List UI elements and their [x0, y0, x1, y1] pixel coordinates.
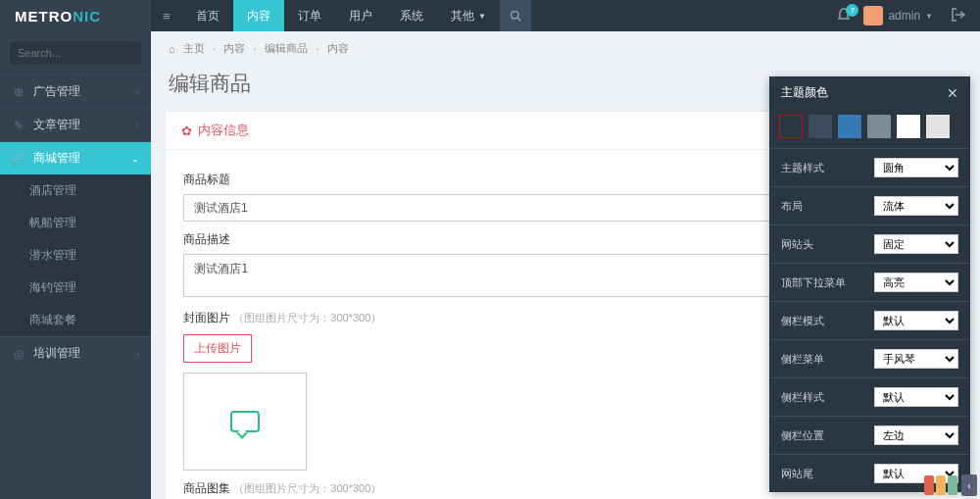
logout-icon[interactable]: [945, 7, 972, 25]
theme-option-label: 顶部下拉菜单: [781, 275, 846, 290]
sidebar-item-icon: ◎: [12, 347, 25, 361]
avatar: [863, 6, 883, 25]
topnav-tab-0[interactable]: 首页: [182, 0, 233, 31]
sidebar-item-0[interactable]: ⊕广告管理›: [0, 75, 151, 108]
search-icon[interactable]: [500, 0, 531, 31]
sidebar-item-label: 广告管理: [33, 83, 80, 100]
theme-option-row: 顶部下拉菜单高亮: [769, 264, 970, 302]
theme-option-row: 布局流体: [769, 187, 970, 225]
svg-line-1: [517, 18, 520, 21]
sidebar-search-input[interactable]: [18, 47, 153, 59]
user-menu[interactable]: admin ▼: [863, 6, 933, 25]
theme-option-select-4[interactable]: 默认: [874, 311, 958, 330]
theme-option-label: 主题样式: [781, 161, 824, 175]
username: admin: [888, 9, 920, 23]
sidebar-item-2[interactable]: 🛒商城管理⌄: [0, 141, 151, 175]
sidebar-item-icon: ⊕: [12, 85, 25, 99]
theme-panel-title: 主题颜色: [781, 84, 828, 101]
theme-panel: 主题颜色 ✕ 主题样式圆角布局流体网站头固定顶部下拉菜单高亮侧栏模式默认侧栏菜单…: [769, 76, 970, 492]
crumb[interactable]: 主页: [183, 41, 205, 56]
theme-option-label: 网站尾: [781, 467, 813, 481]
logo-text-main: METRO: [15, 8, 73, 25]
crumb[interactable]: 内容: [223, 41, 245, 56]
notif-badge: 7: [846, 4, 858, 17]
theme-colors: [769, 109, 970, 149]
sidebar-subitem-2-3[interactable]: 海钓管理: [0, 272, 151, 304]
chevron-icon: ›: [136, 121, 139, 130]
theme-option-row: 侧栏样式默认: [769, 378, 970, 417]
breadcrumb: ⌂ 主页 ● 内容 ● 编辑商品 ● 内容: [151, 31, 980, 66]
svg-point-0: [511, 12, 518, 20]
theme-option-select-2[interactable]: 固定: [874, 234, 958, 254]
notifications-icon[interactable]: 7: [836, 7, 852, 25]
theme-option-select-5[interactable]: 手风琴: [874, 349, 958, 369]
top-nav: 首页内容订单用户系统其他▼: [182, 0, 500, 31]
theme-option-label: 侧栏模式: [781, 314, 824, 328]
topnav-tab-5[interactable]: 其他▼: [437, 0, 500, 31]
home-icon[interactable]: ⌂: [169, 43, 175, 55]
top-right: 7 admin ▼: [836, 0, 980, 31]
sidebar-item-label: 文章管理: [33, 117, 80, 133]
topnav-tab-1[interactable]: 内容: [233, 0, 284, 31]
sidebar-search[interactable]: [10, 41, 141, 65]
logo-text-accent: NIC: [73, 8, 101, 25]
theme-option-label: 网站头: [781, 237, 813, 252]
sidebar-toggle-icon[interactable]: ≡: [151, 0, 182, 31]
chevron-down-icon: ▼: [925, 12, 933, 21]
sidebar-item-icon: 🛒: [12, 152, 25, 166]
card-title: 内容信息: [198, 122, 249, 139]
theme-option-select-7[interactable]: 左边: [874, 425, 958, 445]
chevron-left-icon[interactable]: ‹: [961, 474, 977, 496]
close-icon[interactable]: ✕: [947, 85, 958, 101]
sidebar-item-label: 商城管理: [33, 150, 80, 167]
crumb[interactable]: 内容: [327, 41, 349, 56]
theme-option-label: 侧栏样式: [781, 390, 824, 405]
sidebar-subitem-2-2[interactable]: 潜水管理: [0, 239, 151, 272]
topnav-tab-2[interactable]: 订单: [284, 0, 335, 31]
chevron-icon: ›: [136, 87, 139, 97]
color-swatch-4[interactable]: [897, 115, 920, 138]
theme-option-label: 布局: [781, 199, 803, 214]
color-swatch-1[interactable]: [808, 115, 832, 138]
theme-option-select-3[interactable]: 高亮: [874, 273, 958, 292]
cover-image-preview[interactable]: [183, 373, 307, 471]
theme-option-label: 侧栏位置: [781, 428, 824, 443]
color-swatch-0[interactable]: [779, 115, 803, 138]
sidebar-item-3[interactable]: ◎培训管理›: [0, 336, 151, 370]
sidebar-subitem-2-1[interactable]: 帆船管理: [0, 207, 151, 239]
sidebar-menu: ⊕广告管理›✎文章管理›🛒商城管理⌄酒店管理帆船管理潜水管理海钓管理商城套餐◎培…: [0, 75, 151, 370]
color-swatch-5[interactable]: [926, 115, 950, 138]
gear-icon: ✿: [181, 124, 192, 138]
theme-option-row: 侧栏模式默认: [769, 302, 970, 340]
sidebar-item-label: 培训管理: [33, 345, 80, 362]
image-placeholder-icon: [230, 411, 260, 432]
theme-option-select-1[interactable]: 流体: [874, 196, 958, 216]
sidebar-subitem-2-4[interactable]: 商城套餐: [0, 304, 151, 336]
chevron-icon: ⌄: [131, 154, 139, 164]
topnav-tab-4[interactable]: 系统: [386, 0, 437, 31]
sidebar-subitem-2-0[interactable]: 酒店管理: [0, 175, 151, 207]
theme-option-row: 主题样式圆角: [769, 149, 970, 187]
logo[interactable]: METRONIC: [0, 0, 151, 31]
chevron-icon: ›: [136, 349, 139, 359]
topbar: METRONIC ≡ 首页内容订单用户系统其他▼ 7 admin ▼: [0, 0, 980, 31]
theme-option-select-6[interactable]: 默认: [874, 387, 958, 407]
chevron-down-icon: ▼: [478, 12, 486, 21]
theme-option-row: 侧栏菜单手风琴: [769, 340, 970, 378]
sidebar-item-icon: ✎: [12, 119, 25, 132]
theme-option-label: 侧栏菜单: [781, 352, 824, 367]
sidebar-item-1[interactable]: ✎文章管理›: [0, 108, 151, 141]
framework-badge[interactable]: ‹: [924, 474, 977, 496]
sidebar: ⊕广告管理›✎文章管理›🛒商城管理⌄酒店管理帆船管理潜水管理海钓管理商城套餐◎培…: [0, 31, 151, 499]
color-swatch-3[interactable]: [867, 115, 891, 138]
theme-option-row: 网站头固定: [769, 225, 970, 264]
theme-option-row: 侧栏位置左边: [769, 417, 970, 455]
crumb[interactable]: 编辑商品: [265, 41, 308, 56]
theme-option-select-0[interactable]: 圆角: [874, 158, 958, 177]
color-swatch-2[interactable]: [838, 115, 861, 138]
topnav-tab-3[interactable]: 用户: [335, 0, 386, 31]
upload-cover-button[interactable]: 上传图片: [183, 334, 252, 363]
